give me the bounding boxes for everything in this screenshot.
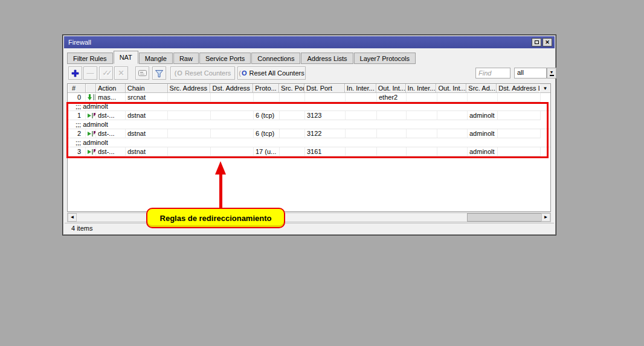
col-src-address-list: Src. Ad...: [466, 84, 497, 93]
comment-icon: [138, 70, 147, 77]
tab-raw[interactable]: Raw: [173, 53, 199, 64]
close-button[interactable]: ✕: [543, 38, 552, 46]
dropdown-arrow-icon: ▼: [550, 70, 554, 74]
find-input[interactable]: [475, 68, 510, 78]
desktop: Firewall ✕ Filter Rules NAT Mangle Raw S…: [0, 0, 644, 346]
scroll-left-button[interactable]: ◄: [68, 213, 77, 222]
annotation-arrow-head-icon: [215, 161, 226, 175]
scroll-right-icon: ►: [544, 215, 549, 220]
col-src-address: Src. Address: [168, 84, 211, 93]
reset-all-counters-button[interactable]: (O Reset All Counters: [237, 66, 306, 80]
tab-address-lists[interactable]: Address Lists: [301, 53, 353, 64]
window-title: Firewall: [68, 39, 530, 46]
column-select-button[interactable]: ▼: [539, 84, 550, 93]
tab-nat[interactable]: NAT: [114, 51, 138, 64]
item-count: 4 items: [71, 225, 92, 232]
tab-service-ports[interactable]: Service Ports: [199, 53, 251, 64]
maximize-icon: [535, 40, 539, 44]
horizontal-scrollbar[interactable]: ◄ ►: [67, 213, 551, 222]
column-arrow-icon: ▼: [543, 86, 548, 91]
enable-check-icon: ✓✓: [102, 69, 109, 77]
col-out-interface-list: Out. Int...: [436, 84, 466, 93]
close-icon: ✕: [545, 40, 550, 45]
disable-button[interactable]: ✕: [114, 66, 128, 80]
tab-mangle[interactable]: Mangle: [139, 53, 173, 64]
filter-scope-dropdown[interactable]: all: [514, 68, 547, 78]
toolbar: — ✓✓ ✕ (O Reset Counters: [67, 66, 552, 81]
reset-all-counters-icon: (O: [239, 69, 249, 77]
filter-scope-dropdown-button[interactable]: ▼: [547, 68, 556, 78]
filter-button[interactable]: [152, 66, 166, 80]
masquerade-icon: [87, 94, 96, 101]
scroll-left-icon: ◄: [70, 215, 75, 220]
tab-filter-rules[interactable]: Filter Rules: [67, 53, 113, 64]
plus-icon: [71, 69, 79, 77]
tab-layer7-protocols[interactable]: Layer7 Protocols: [354, 53, 416, 64]
col-chain: Chain: [126, 84, 168, 93]
funnel-icon: [155, 70, 163, 77]
col-dst-address: Dst. Address: [210, 84, 253, 93]
reset-counters-icon: (O: [175, 69, 185, 77]
col-dst-address-list: Dst. Address Lis: [497, 84, 539, 93]
col-in-interface-list: In. Inter...: [406, 84, 437, 93]
table-header: # Action Chain Src. Address Dst. Address…: [68, 84, 550, 93]
col-num: #: [68, 84, 86, 93]
disable-x-icon: ✕: [118, 69, 124, 77]
col-protocol: Proto...: [253, 84, 279, 93]
scroll-right-button[interactable]: ►: [541, 213, 550, 222]
tab-strip: Filter Rules NAT Mangle Raw Service Port…: [67, 51, 552, 64]
col-dst-port: Dst. Port: [304, 84, 345, 93]
callout-text: Reglas de redireccionamiento: [160, 214, 272, 223]
annotation-callout: Reglas de redireccionamiento: [146, 208, 285, 228]
col-out-interface: Out. Int...: [376, 84, 406, 93]
minus-icon: —: [87, 69, 94, 77]
scrollbar-thumb[interactable]: [467, 213, 543, 222]
col-action: Action: [96, 84, 126, 93]
col-icon: [86, 84, 96, 93]
annotation-arrow: [219, 173, 222, 209]
comment-button[interactable]: [135, 66, 149, 80]
title-bar[interactable]: Firewall ✕: [64, 36, 555, 48]
add-button[interactable]: [68, 66, 82, 80]
highlight-rectangle: [66, 102, 549, 158]
tab-connections[interactable]: Connections: [251, 53, 300, 64]
col-in-interface: In. Inter...: [345, 84, 376, 93]
col-src-port: Src. Port: [279, 84, 304, 93]
enable-button[interactable]: ✓✓: [99, 66, 113, 80]
maximize-button[interactable]: [532, 38, 541, 46]
status-bar: 4 items: [65, 223, 554, 233]
table-row[interactable]: 0 mas... srcnat ether2: [68, 93, 550, 102]
remove-button[interactable]: —: [83, 66, 97, 80]
reset-counters-button[interactable]: (O Reset Counters: [170, 66, 235, 80]
